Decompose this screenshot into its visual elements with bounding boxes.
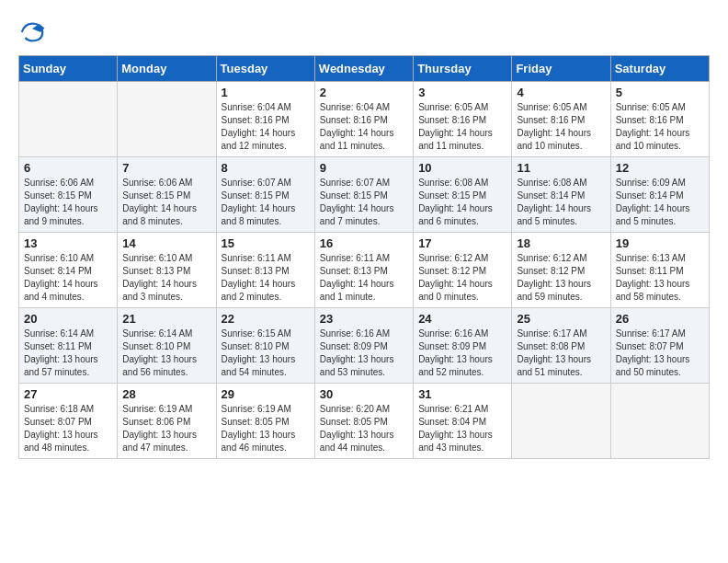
day-info: Sunrise: 6:05 AMSunset: 8:16 PMDaylight:… xyxy=(616,101,704,153)
day-info: Sunrise: 6:12 AMSunset: 8:12 PMDaylight:… xyxy=(517,252,605,304)
calendar-week-0: 1Sunrise: 6:04 AMSunset: 8:16 PMDaylight… xyxy=(19,82,710,157)
calendar-cell: 7Sunrise: 6:06 AMSunset: 8:15 PMDaylight… xyxy=(118,157,216,233)
calendar-cell: 17Sunrise: 6:12 AMSunset: 8:12 PMDayligh… xyxy=(414,233,512,308)
day-info: Sunrise: 6:04 AMSunset: 8:16 PMDaylight:… xyxy=(320,101,408,153)
calendar-cell xyxy=(118,82,216,157)
day-number: 14 xyxy=(122,236,210,250)
day-info: Sunrise: 6:21 AMSunset: 8:04 PMDaylight:… xyxy=(418,403,506,454)
day-number: 26 xyxy=(616,312,704,326)
day-number: 22 xyxy=(222,312,310,326)
day-number: 19 xyxy=(616,236,704,250)
calendar-cell: 18Sunrise: 6:12 AMSunset: 8:12 PMDayligh… xyxy=(512,233,610,308)
day-number: 28 xyxy=(122,387,210,401)
day-info: Sunrise: 6:11 AMSunset: 8:13 PMDaylight:… xyxy=(320,252,408,304)
day-number: 17 xyxy=(418,236,506,250)
day-number: 3 xyxy=(418,86,506,99)
day-info: Sunrise: 6:10 AMSunset: 8:13 PMDaylight:… xyxy=(122,252,210,304)
day-info: Sunrise: 6:13 AMSunset: 8:11 PMDaylight:… xyxy=(616,252,704,304)
day-info: Sunrise: 6:15 AMSunset: 8:10 PMDaylight:… xyxy=(222,327,310,379)
calendar-cell: 26Sunrise: 6:17 AMSunset: 8:07 PMDayligh… xyxy=(610,308,709,384)
day-number: 10 xyxy=(418,161,506,175)
calendar-cell: 13Sunrise: 6:10 AMSunset: 8:14 PMDayligh… xyxy=(19,233,118,308)
day-info: Sunrise: 6:14 AMSunset: 8:11 PMDaylight:… xyxy=(24,327,112,379)
calendar-cell: 1Sunrise: 6:04 AMSunset: 8:16 PMDaylight… xyxy=(216,82,314,157)
calendar-cell: 11Sunrise: 6:08 AMSunset: 8:14 PMDayligh… xyxy=(512,157,610,233)
weekday-header-saturday: Saturday xyxy=(610,56,709,82)
day-number: 18 xyxy=(517,236,605,250)
calendar-cell xyxy=(19,82,118,157)
day-info: Sunrise: 6:07 AMSunset: 8:15 PMDaylight:… xyxy=(222,177,310,228)
logo xyxy=(18,18,50,46)
day-info: Sunrise: 6:08 AMSunset: 8:14 PMDaylight:… xyxy=(517,177,605,228)
calendar-cell: 31Sunrise: 6:21 AMSunset: 8:04 PMDayligh… xyxy=(414,384,512,459)
day-number: 5 xyxy=(616,86,704,99)
day-info: Sunrise: 6:05 AMSunset: 8:16 PMDaylight:… xyxy=(418,101,506,153)
calendar-cell: 15Sunrise: 6:11 AMSunset: 8:13 PMDayligh… xyxy=(216,233,314,308)
calendar-header: SundayMondayTuesdayWednesdayThursdayFrid… xyxy=(19,56,710,82)
weekday-header-wednesday: Wednesday xyxy=(314,56,413,82)
day-info: Sunrise: 6:19 AMSunset: 8:05 PMDaylight:… xyxy=(222,403,310,454)
day-info: Sunrise: 6:05 AMSunset: 8:16 PMDaylight:… xyxy=(517,101,605,153)
day-number: 4 xyxy=(517,86,605,99)
day-info: Sunrise: 6:14 AMSunset: 8:10 PMDaylight:… xyxy=(122,327,210,379)
calendar-cell xyxy=(610,384,709,459)
calendar-table: SundayMondayTuesdayWednesdayThursdayFrid… xyxy=(18,55,710,459)
calendar-cell: 28Sunrise: 6:19 AMSunset: 8:06 PMDayligh… xyxy=(118,384,216,459)
calendar-cell: 2Sunrise: 6:04 AMSunset: 8:16 PMDaylight… xyxy=(314,82,413,157)
day-info: Sunrise: 6:17 AMSunset: 8:07 PMDaylight:… xyxy=(616,327,704,379)
weekday-header-row: SundayMondayTuesdayWednesdayThursdayFrid… xyxy=(19,56,710,82)
calendar-cell: 10Sunrise: 6:08 AMSunset: 8:15 PMDayligh… xyxy=(414,157,512,233)
day-number: 25 xyxy=(517,312,605,326)
day-info: Sunrise: 6:17 AMSunset: 8:08 PMDaylight:… xyxy=(517,327,605,379)
calendar-cell: 6Sunrise: 6:06 AMSunset: 8:15 PMDaylight… xyxy=(19,157,118,233)
day-info: Sunrise: 6:12 AMSunset: 8:12 PMDaylight:… xyxy=(418,252,506,304)
day-info: Sunrise: 6:06 AMSunset: 8:15 PMDaylight:… xyxy=(122,177,210,228)
weekday-header-sunday: Sunday xyxy=(19,56,118,82)
day-number: 8 xyxy=(222,161,310,175)
day-number: 15 xyxy=(222,236,310,250)
day-info: Sunrise: 6:18 AMSunset: 8:07 PMDaylight:… xyxy=(24,403,112,454)
day-number: 23 xyxy=(320,312,408,326)
day-info: Sunrise: 6:06 AMSunset: 8:15 PMDaylight:… xyxy=(24,177,112,228)
day-number: 13 xyxy=(24,236,112,250)
calendar-cell xyxy=(512,384,610,459)
calendar-body: 1Sunrise: 6:04 AMSunset: 8:16 PMDaylight… xyxy=(19,82,710,459)
calendar-cell: 20Sunrise: 6:14 AMSunset: 8:11 PMDayligh… xyxy=(19,308,118,384)
calendar-cell: 5Sunrise: 6:05 AMSunset: 8:16 PMDaylight… xyxy=(610,82,709,157)
day-info: Sunrise: 6:09 AMSunset: 8:14 PMDaylight:… xyxy=(616,177,704,228)
calendar-cell: 9Sunrise: 6:07 AMSunset: 8:15 PMDaylight… xyxy=(314,157,413,233)
calendar-week-4: 27Sunrise: 6:18 AMSunset: 8:07 PMDayligh… xyxy=(19,384,710,459)
day-info: Sunrise: 6:16 AMSunset: 8:09 PMDaylight:… xyxy=(418,327,506,379)
calendar-cell: 30Sunrise: 6:20 AMSunset: 8:05 PMDayligh… xyxy=(314,384,413,459)
day-info: Sunrise: 6:07 AMSunset: 8:15 PMDaylight:… xyxy=(320,177,408,228)
day-number: 12 xyxy=(616,161,704,175)
calendar-cell: 25Sunrise: 6:17 AMSunset: 8:08 PMDayligh… xyxy=(512,308,610,384)
day-number: 29 xyxy=(222,387,310,401)
weekday-header-monday: Monday xyxy=(118,56,216,82)
day-number: 16 xyxy=(320,236,408,250)
day-info: Sunrise: 6:10 AMSunset: 8:14 PMDaylight:… xyxy=(24,252,112,304)
day-number: 11 xyxy=(517,161,605,175)
day-info: Sunrise: 6:04 AMSunset: 8:16 PMDaylight:… xyxy=(222,101,310,153)
calendar-cell: 23Sunrise: 6:16 AMSunset: 8:09 PMDayligh… xyxy=(314,308,413,384)
calendar-cell: 3Sunrise: 6:05 AMSunset: 8:16 PMDaylight… xyxy=(414,82,512,157)
day-info: Sunrise: 6:20 AMSunset: 8:05 PMDaylight:… xyxy=(320,403,408,454)
calendar-cell: 29Sunrise: 6:19 AMSunset: 8:05 PMDayligh… xyxy=(216,384,314,459)
day-number: 31 xyxy=(418,387,506,401)
calendar-cell: 8Sunrise: 6:07 AMSunset: 8:15 PMDaylight… xyxy=(216,157,314,233)
calendar-cell: 12Sunrise: 6:09 AMSunset: 8:14 PMDayligh… xyxy=(610,157,709,233)
day-number: 2 xyxy=(320,86,408,99)
calendar-cell: 22Sunrise: 6:15 AMSunset: 8:10 PMDayligh… xyxy=(216,308,314,384)
calendar-week-1: 6Sunrise: 6:06 AMSunset: 8:15 PMDaylight… xyxy=(19,157,710,233)
day-number: 7 xyxy=(122,161,210,175)
weekday-header-thursday: Thursday xyxy=(414,56,512,82)
day-number: 9 xyxy=(320,161,408,175)
calendar-cell: 14Sunrise: 6:10 AMSunset: 8:13 PMDayligh… xyxy=(118,233,216,308)
calendar-cell: 24Sunrise: 6:16 AMSunset: 8:09 PMDayligh… xyxy=(414,308,512,384)
day-info: Sunrise: 6:16 AMSunset: 8:09 PMDaylight:… xyxy=(320,327,408,379)
day-number: 6 xyxy=(24,161,112,175)
calendar-week-3: 20Sunrise: 6:14 AMSunset: 8:11 PMDayligh… xyxy=(19,308,710,384)
day-info: Sunrise: 6:08 AMSunset: 8:15 PMDaylight:… xyxy=(418,177,506,228)
calendar-cell: 21Sunrise: 6:14 AMSunset: 8:10 PMDayligh… xyxy=(118,308,216,384)
calendar-cell: 4Sunrise: 6:05 AMSunset: 8:16 PMDaylight… xyxy=(512,82,610,157)
